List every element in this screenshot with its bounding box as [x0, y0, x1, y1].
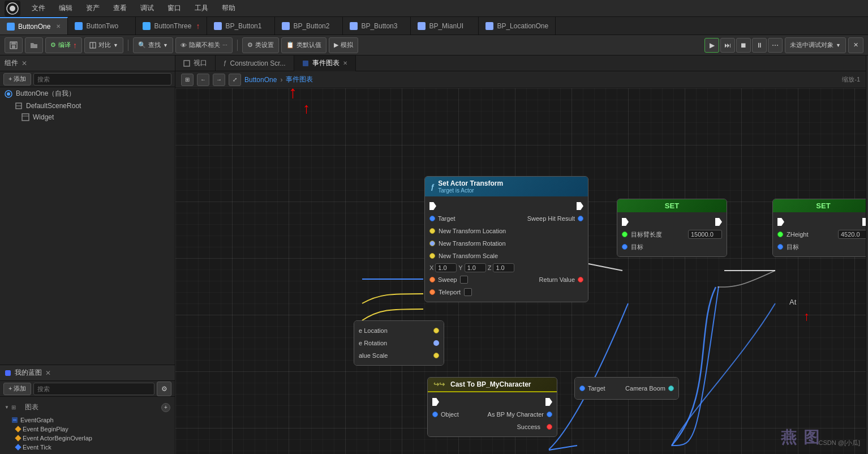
more-button[interactable]: ⋯	[768, 38, 783, 53]
add-graph-button[interactable]: +	[161, 403, 170, 412]
tab-bpmianui[interactable]: BP_MianUI	[411, 17, 479, 35]
cast-body: Object As BP My Character Success	[428, 392, 557, 436]
find-button[interactable]: 🔍 查找 ▼	[133, 37, 173, 53]
pause-button[interactable]: ⏸	[752, 38, 767, 53]
sweep-checkbox[interactable]	[460, 276, 468, 284]
cast-exec-in	[432, 398, 439, 406]
tab-close-buttonone[interactable]: ✕	[56, 23, 61, 29]
menu-help[interactable]: 帮助	[220, 2, 238, 14]
get-camera-boom-node[interactable]: Target Camera Boom	[574, 377, 679, 400]
func-icon: ƒ	[431, 182, 435, 191]
node-header-set-actor: ƒ Set Actor Transform Target is Actor	[425, 177, 588, 196]
menu-edit[interactable]: 编辑	[57, 2, 75, 14]
tab-bpbutton2[interactable]: BP_Button2	[275, 17, 343, 35]
node-title: Set Actor Transform	[438, 179, 503, 187]
debug-target-button[interactable]: 未选中调试对象 ▼	[785, 37, 846, 53]
blueprint-panel-close[interactable]: ✕	[45, 369, 51, 377]
event-graph-icon	[11, 417, 18, 423]
set1-value-input[interactable]	[688, 230, 722, 239]
components-add-button[interactable]: + 添加	[3, 73, 31, 85]
sub-tab-close[interactable]: ✕	[343, 60, 347, 66]
nav-expand-button[interactable]: ⤢	[229, 74, 241, 86]
watermark: 燕 图	[781, 427, 820, 448]
nav-forward-button[interactable]: →	[213, 74, 225, 86]
sub-tab-construction[interactable]: ƒ Construction Scr...	[216, 55, 294, 71]
tab-bpbutton3[interactable]: BP_Button3	[343, 17, 411, 35]
blueprint-search-input[interactable]	[33, 383, 154, 395]
breadcrumb-current: 事件图表	[286, 75, 313, 84]
scale-z-input[interactable]	[493, 263, 514, 272]
simulate-button[interactable]: ▶ 模拟	[329, 37, 358, 53]
red-arrow-canvas-top: ↑	[303, 100, 310, 117]
menu-asset[interactable]: 资产	[84, 2, 102, 14]
sub-tab-viewport[interactable]: 视口	[175, 55, 216, 71]
sub-tab-eventgraph[interactable]: 事件图表 ✕	[294, 55, 356, 71]
set1-target-pin	[622, 244, 628, 250]
menu-file[interactable]: 文件	[29, 2, 48, 14]
set-node-1[interactable]: SET 目标臂长度 目标	[617, 199, 727, 257]
blueprint-settings-button[interactable]: ⚙	[157, 382, 171, 396]
bp-canvas[interactable]: ↑ ↑ ƒ Set Actor Transform Target is Acto…	[175, 88, 866, 454]
cast-result-pin	[547, 412, 552, 417]
nav-home-button[interactable]: ⊞	[181, 74, 194, 86]
tree-item-widget[interactable]: Widget	[0, 112, 175, 123]
set2-value-input[interactable]	[838, 230, 866, 239]
at-label: At	[789, 298, 796, 306]
nav-back-button[interactable]: ←	[197, 74, 209, 86]
diff-button[interactable]: 对比 ▼	[84, 37, 123, 53]
partial-location-row: e Location	[354, 324, 444, 337]
set-actor-transform-node[interactable]: ƒ Set Actor Transform Target is Actor	[424, 176, 588, 302]
components-close[interactable]: ✕	[22, 59, 27, 67]
stop-button[interactable]: ⏹	[736, 38, 751, 53]
tab-buttontwo[interactable]: ButtonTwo	[68, 17, 136, 35]
step-button[interactable]: ⏭	[720, 38, 735, 53]
exec-out-pin	[577, 202, 583, 210]
partial-rotation-pin	[433, 340, 439, 346]
tree-item-defaultsceneroot[interactable]: DefaultSceneRoot	[0, 100, 175, 112]
tab-bpbutton1[interactable]: BP_Button1	[207, 17, 275, 35]
class-default-button[interactable]: 📋 类默认值	[281, 37, 326, 53]
event-beginplay-item[interactable]: Event BeginPlay	[5, 425, 175, 434]
class-settings-button[interactable]: ⚙ 类设置	[242, 37, 279, 53]
set2-body: ZHeight 目标	[773, 212, 866, 256]
hide-button[interactable]: 👁 隐藏不相关 ⋯	[175, 37, 233, 53]
graph-section-label[interactable]: 图表	[20, 401, 43, 414]
components-panel-header: 组件 ✕	[0, 55, 175, 71]
tab-buttonthree[interactable]: ButtonThree ↑	[136, 17, 207, 35]
menu-view[interactable]: 查看	[111, 2, 129, 14]
event-tick-item[interactable]: Event Tick	[5, 443, 175, 452]
sweep-hit-result-pin	[578, 216, 583, 221]
widget-icon	[22, 113, 29, 121]
components-search-input[interactable]	[33, 73, 171, 85]
cast-node[interactable]: ↪↪ Cast To BP_MyCharacter Object	[427, 377, 557, 437]
tree-item-buttonone[interactable]: ButtonOne（自我）	[0, 87, 175, 100]
event-graph-item[interactable]: EventGraph	[0, 416, 175, 425]
csdn-label: CSDN @[小瓜]	[818, 439, 860, 447]
save-button[interactable]	[5, 37, 23, 53]
set-node-2[interactable]: SET ZHeight 目标	[772, 199, 866, 257]
components-toolbar: + 添加	[0, 71, 175, 87]
svg-rect-3	[11, 42, 16, 45]
set1-body: 目标臂长度 目标	[617, 212, 727, 256]
menu-debug[interactable]: 调试	[138, 2, 156, 14]
teleport-checkbox[interactable]	[464, 288, 472, 296]
debug-clear-button[interactable]: ✕	[848, 37, 863, 53]
svg-rect-4	[12, 45, 15, 48]
set1-exec-row	[617, 216, 727, 228]
tab-bplocationone[interactable]: BP_LocationOne	[479, 17, 556, 35]
blueprint-add-button[interactable]: + 添加	[3, 383, 31, 395]
folder-button[interactable]	[25, 37, 43, 53]
event-actoroverlap-item[interactable]: Event ActorBeginOverlap	[5, 434, 175, 443]
menu-tools[interactable]: 工具	[192, 2, 210, 14]
breadcrumb-parent[interactable]: ButtonOne	[244, 76, 277, 84]
compile-button[interactable]: ⚙ 编译 ↑	[45, 37, 82, 53]
scale-y-input[interactable]	[465, 263, 486, 272]
menu-window[interactable]: 窗口	[165, 2, 183, 14]
partial-node-left[interactable]: e Location e Rotation alue Scale	[354, 320, 444, 366]
rotation-pin	[429, 241, 435, 246]
scale-x-input[interactable]	[435, 263, 457, 272]
location-pin-row: New Transform Location	[425, 225, 588, 237]
arrow-up-red: ↑	[196, 22, 200, 31]
play-button[interactable]: ▶	[704, 38, 719, 53]
tab-buttonone[interactable]: ButtonOne ✕	[0, 17, 68, 35]
